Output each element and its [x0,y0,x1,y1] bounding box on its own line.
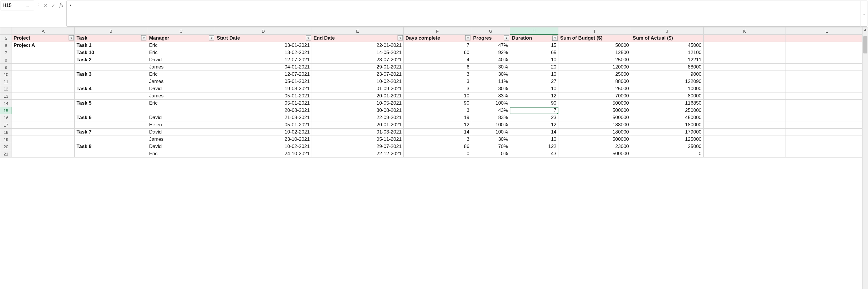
cell-C16[interactable]: David [147,114,215,121]
fx-icon[interactable]: fx [57,1,66,8]
filter-button-E[interactable]: ▾ [398,35,403,40]
cell-I10[interactable]: 25000 [558,71,631,78]
cell-C17[interactable]: Helen [147,121,215,129]
cell-H6[interactable]: 15 [510,42,558,49]
cell-A15[interactable] [12,107,75,114]
cell-B15[interactable] [75,107,147,114]
row-header-21[interactable]: 21 [0,150,12,157]
cell-I9[interactable]: 120000 [558,64,631,71]
cell-G9[interactable]: 30% [471,64,510,71]
cell-A10[interactable] [12,71,75,78]
cell-C7[interactable]: Eric [147,49,215,57]
cell-H14[interactable]: 90 [510,100,558,107]
row-header-14[interactable]: 14 [0,100,12,107]
column-header-C[interactable]: C [147,28,215,35]
cell-D13[interactable]: 05-01-2021 [215,93,312,100]
cell-I15[interactable]: 500000 [558,107,631,114]
cell-E18[interactable]: 01-03-2021 [312,129,404,136]
cell-A20[interactable] [12,143,75,150]
cell-A21[interactable] [12,150,75,157]
cell-D12[interactable]: 19-08-2021 [215,85,312,93]
filter-button-B[interactable]: ▾ [141,35,146,40]
cell-D16[interactable]: 21-08-2021 [215,114,312,121]
cell-D19[interactable]: 23-10-2021 [215,136,312,143]
cell-E13[interactable]: 20-01-2021 [312,93,404,100]
spreadsheet-grid[interactable]: ABCDEFGHIJKL 5Project▾Task▾Manager▾Start… [0,27,868,157]
filter-button-D[interactable]: ▾ [306,35,311,40]
cell-H20[interactable]: 122 [510,143,558,150]
cell-K19[interactable] [703,136,785,143]
column-header-G[interactable]: G [471,28,510,35]
cell-G16[interactable]: 83% [471,114,510,121]
cell-D8[interactable]: 12-07-2021 [215,57,312,64]
cell-L10[interactable] [785,71,868,78]
column-header-D[interactable]: D [215,28,312,35]
cell-H12[interactable]: 10 [510,85,558,93]
cell-H19[interactable]: 10 [510,136,558,143]
cell-E6[interactable]: 22-01-2021 [312,42,404,49]
cell-D20[interactable]: 10-02-2021 [215,143,312,150]
cell-H10[interactable]: 10 [510,71,558,78]
row-header-8[interactable]: 8 [0,57,12,64]
cell-J14[interactable]: 116850 [631,100,703,107]
table-header-G[interactable]: Progres▾ [471,35,510,42]
cell-G15[interactable]: 43% [471,107,510,114]
cell-B12[interactable]: Task 4 [75,85,147,93]
cell-L7[interactable] [785,49,868,57]
cell-L14[interactable] [785,100,868,107]
cell-I11[interactable]: 88000 [558,78,631,85]
column-header-K[interactable]: K [703,28,785,35]
cell-F16[interactable]: 19 [404,114,471,121]
table-header-K[interactable] [703,35,785,42]
cell-C12[interactable]: David [147,85,215,93]
row-header-17[interactable]: 17 [0,121,12,129]
cell-L12[interactable] [785,85,868,93]
cell-C15[interactable] [147,107,215,114]
cell-K17[interactable] [703,121,785,129]
cell-G6[interactable]: 47% [471,42,510,49]
row-header-12[interactable]: 12 [0,85,12,93]
cell-A17[interactable] [12,121,75,129]
cell-C21[interactable]: Eric [147,150,215,157]
cell-L17[interactable] [785,121,868,129]
filter-button-H[interactable]: ▾ [552,36,558,41]
cell-F19[interactable]: 3 [404,136,471,143]
cell-F15[interactable]: 3 [404,107,471,114]
cell-C14[interactable]: Eric [147,100,215,107]
cell-K8[interactable] [703,57,785,64]
cell-F9[interactable]: 6 [404,64,471,71]
row-header-11[interactable]: 11 [0,78,12,85]
cell-J13[interactable]: 80000 [631,93,703,100]
cell-F8[interactable]: 4 [404,57,471,64]
column-header-E[interactable]: E [312,28,404,35]
cell-B14[interactable]: Task 5 [75,100,147,107]
cell-J6[interactable]: 45000 [631,42,703,49]
name-box-dropdown-icon[interactable]: ⌄ [24,3,31,9]
cell-F11[interactable]: 3 [404,78,471,85]
cell-D14[interactable]: 05-01-2021 [215,100,312,107]
cell-F17[interactable]: 12 [404,121,471,129]
cell-F20[interactable]: 86 [404,143,471,150]
cell-A7[interactable] [12,49,75,57]
cell-F18[interactable]: 14 [404,129,471,136]
cell-H11[interactable]: 27 [510,78,558,85]
cell-D9[interactable]: 04-01-2021 [215,64,312,71]
row-header-10[interactable]: 10 [0,71,12,78]
cell-H15[interactable]: 7 [510,107,558,114]
cell-B10[interactable]: Task 3 [75,71,147,78]
cell-J9[interactable]: 88000 [631,64,703,71]
cell-E20[interactable]: 29-07-2021 [312,143,404,150]
column-header-J[interactable]: J [631,28,703,35]
filter-button-G[interactable]: ▾ [504,35,509,40]
row-header-15[interactable]: 15 [0,107,12,114]
column-header-I[interactable]: I [558,28,631,35]
cell-G18[interactable]: 100% [471,129,510,136]
cell-B7[interactable]: Task 10 [75,49,147,57]
cell-J19[interactable]: 125000 [631,136,703,143]
cell-A14[interactable] [12,100,75,107]
cell-H21[interactable]: 43 [510,150,558,157]
cell-G10[interactable]: 30% [471,71,510,78]
column-header-L[interactable]: L [785,28,868,35]
cell-E15[interactable]: 30-08-2021 [312,107,404,114]
cell-G13[interactable]: 83% [471,93,510,100]
